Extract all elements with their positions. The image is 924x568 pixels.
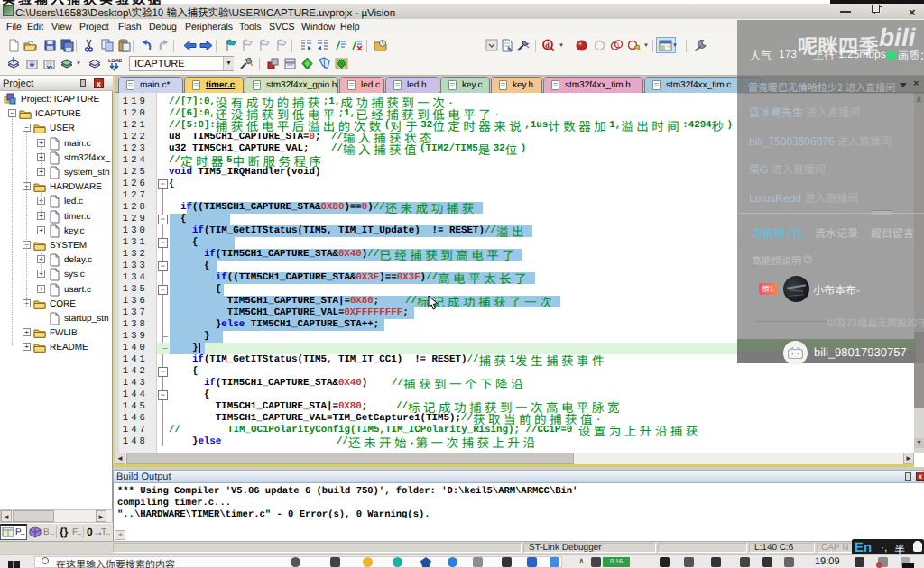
svg-text:d: d: [545, 41, 550, 50]
svg-text:LOAD: LOAD: [108, 59, 122, 64]
